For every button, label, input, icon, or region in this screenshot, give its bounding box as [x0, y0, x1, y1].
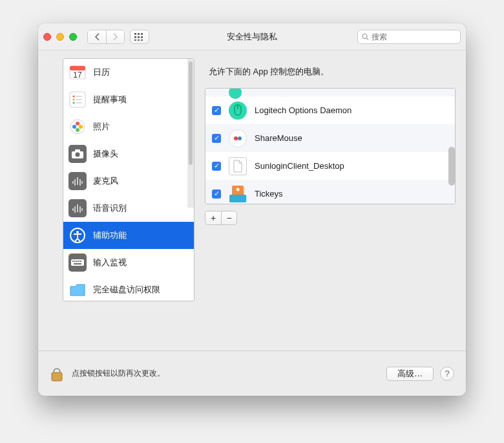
privacy-panel: 17 日历 提醒事项 照片	[48, 54, 456, 360]
list-item[interactable]	[205, 89, 455, 96]
svg-rect-8	[141, 39, 143, 41]
svg-rect-6	[134, 39, 136, 41]
advanced-button[interactable]: 高级…	[386, 367, 434, 381]
app-list-scrollbar[interactable]	[448, 147, 455, 186]
grid-icon	[134, 33, 145, 41]
microphone-icon	[68, 172, 87, 190]
svg-rect-28	[75, 149, 80, 152]
input-monitor-icon	[68, 254, 87, 272]
sidebar-item-input-monitoring[interactable]: 输入监视	[63, 249, 194, 276]
sidebar-item-label: 照片	[93, 121, 110, 133]
svg-point-23	[79, 125, 83, 129]
svg-point-40	[76, 231, 79, 233]
close-window-button[interactable]	[43, 33, 51, 41]
svg-rect-5	[141, 36, 143, 38]
sidebar-item-label: 日历	[93, 67, 110, 78]
search-field[interactable]	[357, 30, 461, 44]
calendar-icon: 17	[68, 63, 87, 81]
svg-rect-2	[141, 33, 143, 35]
svg-point-25	[72, 125, 76, 129]
forward-button[interactable]	[106, 30, 124, 43]
privacy-sidebar: 17 日历 提醒事项 照片	[63, 58, 194, 301]
sidebar-item-label: 摄像头	[93, 148, 118, 160]
chevron-left-icon	[94, 33, 100, 41]
button-label: 高级…	[397, 368, 423, 380]
chevron-right-icon	[112, 33, 118, 41]
list-item[interactable]: ✓ SunloginClient_Desktop	[205, 152, 455, 180]
sidebar-item-speech[interactable]: 语音识别	[63, 195, 194, 222]
sidebar-item-label: 完全磁盘访问权限	[93, 284, 160, 296]
mouse-icon	[229, 102, 247, 120]
full-disk-icon	[68, 281, 87, 299]
svg-rect-43	[74, 261, 76, 262]
titlebar: 安全性与隐私	[38, 23, 466, 50]
checkbox[interactable]: ✓	[212, 162, 221, 171]
svg-point-16	[73, 99, 75, 101]
svg-rect-55	[52, 373, 62, 381]
sidebar-item-label: 麦克风	[93, 175, 118, 187]
sidebar-item-reminders[interactable]: 提醒事项	[63, 86, 194, 113]
lock-icon[interactable]	[50, 365, 64, 383]
help-icon: ?	[445, 369, 449, 378]
sidebar-item-photos[interactable]: 照片	[63, 113, 194, 140]
accessibility-detail: 允许下面的 App 控制您的电脑。 ✓ Logitech Options Dae…	[205, 58, 456, 301]
svg-point-24	[76, 128, 79, 132]
sidebar-item-label: 语音识别	[93, 202, 127, 214]
svg-rect-4	[138, 36, 140, 38]
list-item[interactable]: ✓ Logitech Options Daemon	[205, 96, 455, 124]
svg-point-51	[238, 136, 242, 140]
svg-rect-53	[229, 195, 246, 202]
svg-point-15	[73, 96, 75, 98]
window-controls	[43, 33, 77, 41]
svg-rect-46	[80, 261, 81, 262]
camera-icon	[68, 145, 87, 163]
svg-rect-45	[78, 261, 79, 262]
zoom-window-button[interactable]	[69, 33, 77, 41]
sidebar-item-camera[interactable]: 摄像头	[63, 140, 194, 167]
checkbox[interactable]: ✓	[212, 189, 221, 199]
svg-rect-3	[134, 36, 136, 38]
app-list: ✓ Logitech Options Daemon ✓ ShareMouse	[205, 88, 456, 204]
minimize-window-button[interactable]	[56, 33, 64, 41]
search-input[interactable]	[372, 32, 456, 41]
list-item[interactable]: ✓ Tickeys	[205, 180, 455, 204]
sidebar-item-full-disk[interactable]: 完全磁盘访问权限	[63, 276, 194, 301]
svg-point-50	[234, 136, 238, 140]
sidebar-item-label: 辅助功能	[93, 230, 127, 241]
show-all-button[interactable]	[130, 30, 149, 44]
svg-rect-47	[74, 263, 81, 265]
app-name: ShareMouse	[255, 133, 302, 143]
app-name: Logitech Options Daemon	[255, 105, 352, 115]
content-area: 通用 文件保险箱 防火墙 隐私 17 日历	[38, 50, 466, 396]
sharemouse-icon	[229, 129, 247, 147]
add-button[interactable]: +	[205, 211, 221, 224]
sidebar-item-microphone[interactable]: 麦克风	[63, 167, 194, 195]
reminders-icon	[68, 91, 87, 109]
accessibility-icon	[68, 226, 87, 244]
list-item[interactable]: ✓ ShareMouse	[205, 124, 455, 152]
search-icon	[362, 33, 369, 41]
nav-back-forward	[87, 30, 125, 44]
sidebar-item-calendar[interactable]: 17 日历	[63, 59, 194, 86]
svg-rect-0	[134, 33, 136, 35]
plus-icon: +	[211, 213, 216, 223]
app-name: Tickeys	[255, 189, 283, 199]
allow-description: 允许下面的 App 控制您的电脑。	[209, 66, 452, 78]
preferences-window: 安全性与隐私 通用 文件保险箱 防火墙 隐私 17 日	[38, 23, 466, 396]
svg-rect-7	[138, 39, 140, 41]
sidebar-item-accessibility[interactable]: 辅助功能	[63, 222, 194, 249]
remove-button[interactable]: −	[221, 211, 236, 224]
svg-point-9	[362, 34, 367, 38]
help-button[interactable]: ?	[440, 367, 454, 381]
back-button[interactable]	[88, 30, 106, 43]
checkbox[interactable]: ✓	[212, 106, 221, 115]
minus-icon: −	[226, 213, 231, 223]
bottom-bar: 点按锁按钮以防再次更改。 高级… ?	[38, 351, 466, 396]
checkbox[interactable]: ✓	[212, 134, 221, 143]
generic-app-icon	[229, 157, 247, 175]
sidebar-scrollbar[interactable]	[187, 59, 194, 208]
svg-rect-44	[76, 261, 78, 262]
svg-text:17: 17	[73, 70, 82, 80]
speech-icon	[68, 199, 87, 217]
svg-rect-42	[72, 261, 74, 262]
